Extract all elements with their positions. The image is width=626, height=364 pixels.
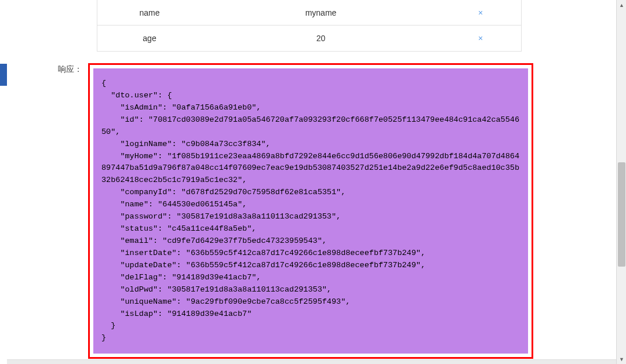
main-content: name myname × age 20 × 响应： { "dto.user":… — [7, 0, 626, 364]
param-value[interactable]: myname — [202, 8, 440, 17]
params-table: name myname × age 20 × — [97, 0, 522, 52]
delete-icon[interactable]: × — [478, 8, 483, 17]
param-value[interactable]: 20 — [202, 34, 440, 43]
sidebar-accent — [0, 64, 7, 86]
scroll-up-arrow-icon[interactable]: ▲ — [617, 0, 626, 10]
response-label: 响应： — [7, 63, 88, 75]
scroll-down-arrow-icon[interactable]: ▼ — [617, 354, 626, 364]
bottom-edge — [7, 359, 616, 364]
param-action: × — [440, 33, 521, 43]
response-highlight-box: { "dto.user": { "isAdmin": "0afa7156a6a9… — [88, 63, 533, 359]
table-row: name myname × — [97, 0, 521, 26]
scrollbar-thumb[interactable] — [618, 162, 625, 267]
param-action: × — [440, 8, 521, 18]
left-sidebar — [0, 0, 7, 364]
param-key[interactable]: name — [97, 8, 202, 17]
table-row: age 20 × — [97, 26, 521, 51]
response-section: 响应： { "dto.user": { "isAdmin": "0afa7156… — [7, 63, 626, 359]
delete-icon[interactable]: × — [478, 34, 483, 43]
response-body[interactable]: { "dto.user": { "isAdmin": "0afa7156a6a9… — [93, 68, 528, 354]
vertical-scrollbar[interactable]: ▲ ▼ — [616, 0, 626, 364]
param-key[interactable]: age — [97, 34, 202, 43]
